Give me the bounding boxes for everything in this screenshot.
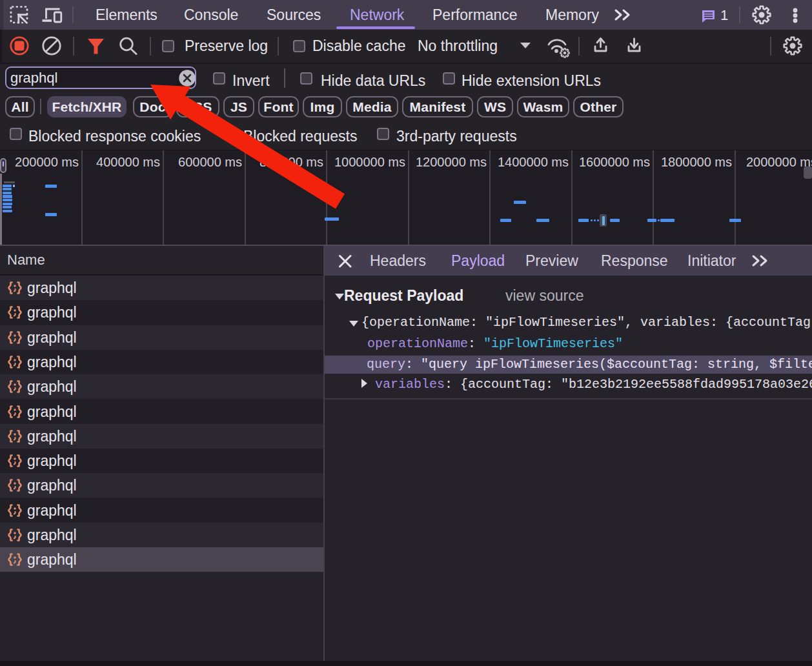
svg-text:1: 1 (720, 7, 728, 23)
